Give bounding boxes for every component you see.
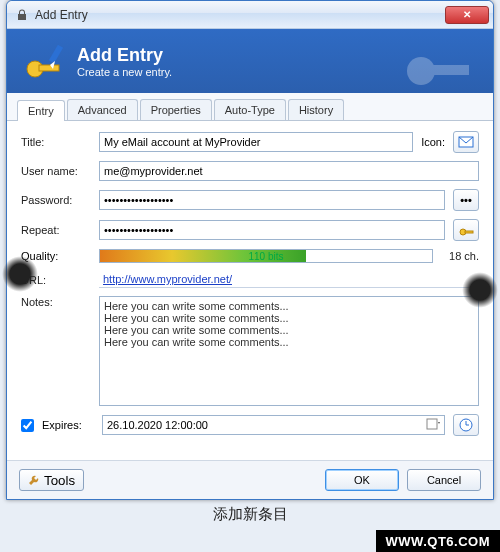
close-button[interactable]: ✕	[445, 6, 489, 24]
svg-rect-5	[429, 65, 469, 75]
title-input[interactable]	[99, 132, 413, 152]
quality-chars: 18 ch.	[441, 250, 479, 262]
username-input[interactable]	[99, 161, 479, 181]
password-label: Password:	[21, 194, 91, 206]
smudge-artifact	[462, 272, 498, 308]
key-gen-icon	[458, 223, 474, 237]
dots-icon: •••	[460, 194, 472, 206]
notes-textarea[interactable]: Here you can write some comments... Here…	[99, 296, 479, 406]
banner-ghost-key-icon	[401, 35, 481, 91]
dialog-footer: Tools OK Cancel	[7, 460, 493, 499]
svg-marker-10	[438, 422, 440, 424]
banner: Add Entry Create a new entry.	[7, 29, 493, 93]
expires-datepicker[interactable]: 26.10.2020 12:00:00	[102, 415, 445, 435]
repeat-label: Repeat:	[21, 224, 91, 236]
cancel-button[interactable]: Cancel	[407, 469, 481, 491]
password-input[interactable]	[99, 190, 445, 210]
banner-heading: Add Entry	[77, 45, 172, 66]
tab-auto-type[interactable]: Auto-Type	[214, 99, 286, 120]
quality-bits: 110 bits	[100, 250, 432, 264]
titlebar: Add Entry ✕	[7, 1, 493, 29]
title-label: Title:	[21, 136, 91, 148]
icon-label: Icon:	[421, 136, 445, 148]
svg-rect-9	[427, 419, 437, 429]
calendar-dropdown-icon	[426, 418, 440, 432]
expires-checkbox[interactable]	[21, 419, 34, 432]
envelope-icon	[458, 136, 474, 148]
url-link[interactable]: http://www.myprovider.net/	[103, 273, 232, 285]
wrench-icon	[28, 474, 40, 486]
expires-preset-button[interactable]	[453, 414, 479, 436]
reveal-password-button[interactable]: •••	[453, 189, 479, 211]
tools-button[interactable]: Tools	[19, 469, 84, 491]
close-icon: ✕	[463, 9, 471, 20]
tab-history[interactable]: History	[288, 99, 344, 120]
lock-icon	[15, 8, 29, 22]
entry-form: Title: Icon: User name: Password: ••• Re…	[7, 121, 493, 460]
tab-entry[interactable]: Entry	[17, 100, 65, 121]
window-title: Add Entry	[35, 8, 445, 22]
banner-sub: Create a new entry.	[77, 66, 172, 78]
tabstrip: Entry Advanced Properties Auto-Type Hist…	[7, 93, 493, 121]
svg-rect-8	[465, 231, 473, 233]
svg-rect-2	[49, 45, 63, 64]
expires-value: 26.10.2020 12:00:00	[107, 419, 208, 431]
tab-properties[interactable]: Properties	[140, 99, 212, 120]
svg-rect-1	[39, 65, 59, 71]
repeat-input[interactable]	[99, 220, 445, 240]
page-caption: 添加新条目	[0, 505, 500, 524]
key-pencil-icon	[23, 39, 67, 83]
username-label: User name:	[21, 165, 91, 177]
watermark: WWW.QT6.COM	[376, 530, 500, 552]
url-field[interactable]: http://www.myprovider.net/	[99, 271, 479, 288]
icon-picker-button[interactable]	[453, 131, 479, 153]
quality-meter: 110 bits	[99, 249, 433, 263]
expires-label: Expires:	[42, 419, 94, 431]
smudge-artifact	[2, 256, 38, 292]
tab-advanced[interactable]: Advanced	[67, 99, 138, 120]
clock-icon	[459, 418, 473, 432]
ok-button[interactable]: OK	[325, 469, 399, 491]
tools-label: Tools	[44, 473, 75, 488]
notes-label: Notes:	[21, 296, 91, 308]
dialog-window: Add Entry ✕ Add Entry Create a new entry…	[6, 0, 494, 500]
generate-password-button[interactable]	[453, 219, 479, 241]
